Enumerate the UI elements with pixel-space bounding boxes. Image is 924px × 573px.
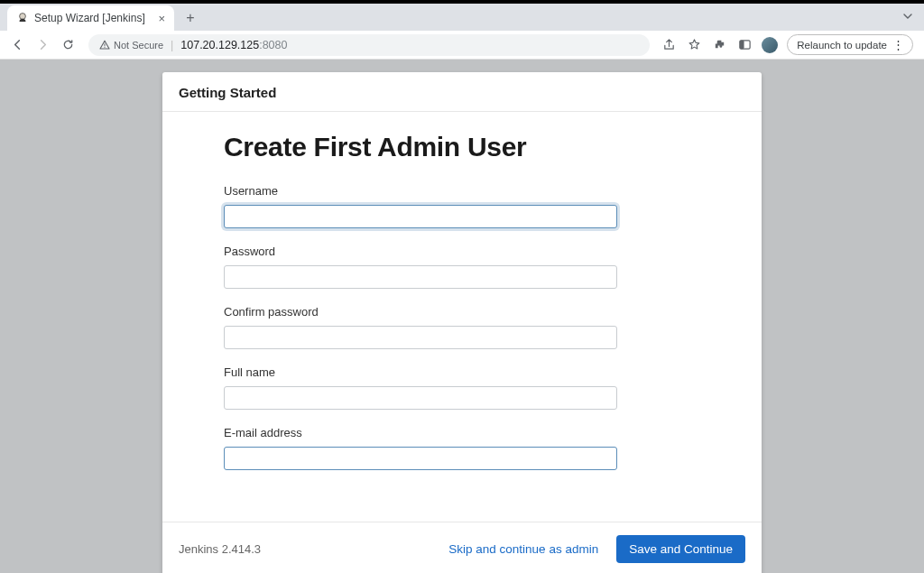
address-bar[interactable]: Not Secure | 107.20.129.125:8080 <box>88 34 650 56</box>
browser-toolbar: Not Secure | 107.20.129.125:8080 Relaunc <box>0 31 924 60</box>
email-input[interactable] <box>224 447 617 470</box>
omnibox-divider: | <box>171 39 173 51</box>
reload-button[interactable] <box>58 35 78 55</box>
tabs-dropdown-icon[interactable] <box>902 11 913 22</box>
skip-link[interactable]: Skip and continue as admin <box>448 542 598 556</box>
profile-avatar-icon[interactable] <box>762 37 778 53</box>
forward-button[interactable] <box>32 35 52 55</box>
security-label: Not Secure <box>114 40 163 51</box>
menu-dots-icon: ⋮ <box>892 38 903 51</box>
panel-icon[interactable] <box>736 37 753 53</box>
password-input[interactable] <box>224 265 617 289</box>
save-and-continue-button[interactable]: Save and Continue <box>616 535 745 563</box>
tab-title: Setup Wizard [Jenkins] <box>34 12 145 24</box>
setup-wizard-panel: Getting Started Create First Admin User … <box>162 72 762 573</box>
svg-point-1 <box>104 46 105 47</box>
panel-body: Create First Admin User Username Passwor… <box>162 112 762 522</box>
close-tab-icon[interactable]: × <box>158 12 165 25</box>
fullname-input[interactable] <box>224 386 617 410</box>
svg-rect-2 <box>105 43 106 46</box>
security-warning: Not Secure <box>99 40 163 51</box>
url-host: 107.20.129.125 <box>180 39 259 51</box>
new-tab-button[interactable]: + <box>180 7 201 29</box>
extensions-icon[interactable] <box>711 37 727 53</box>
footer-actions: Skip and continue as admin Save and Cont… <box>448 535 745 563</box>
confirm-password-label: Confirm password <box>224 305 700 319</box>
username-field-group: Username <box>224 184 700 228</box>
confirm-password-field-group: Confirm password <box>224 305 700 349</box>
tab-strip: Setup Wizard [Jenkins] × + <box>0 4 924 31</box>
password-field-group: Password <box>224 245 700 289</box>
bookmark-icon[interactable] <box>686 37 702 53</box>
browser-window: Setup Wizard [Jenkins] × + Not Secure | … <box>0 0 924 573</box>
username-label: Username <box>224 184 700 198</box>
share-icon[interactable] <box>661 37 677 53</box>
page-viewport: Getting Started Create First Admin User … <box>0 60 924 573</box>
email-field-group: E-mail address <box>224 426 700 470</box>
svg-point-0 <box>20 14 26 20</box>
password-label: Password <box>224 245 700 258</box>
browser-tab[interactable]: Setup Wizard [Jenkins] × <box>7 5 174 31</box>
panel-header: Getting Started <box>162 72 762 112</box>
fullname-field-group: Full name <box>224 365 700 410</box>
warning-icon <box>99 40 110 51</box>
toolbar-right-icons: Relaunch to update ⋮ <box>661 34 917 55</box>
back-button[interactable] <box>7 35 27 55</box>
username-input[interactable] <box>224 205 617 228</box>
url-port: :8080 <box>259 39 287 51</box>
email-label: E-mail address <box>224 426 700 439</box>
jenkins-favicon <box>16 12 29 24</box>
fullname-label: Full name <box>224 365 700 379</box>
svg-rect-4 <box>740 41 744 49</box>
relaunch-button[interactable]: Relaunch to update ⋮ <box>787 34 913 55</box>
page-title: Create First Admin User <box>224 132 700 162</box>
confirm-password-input[interactable] <box>224 326 617 349</box>
jenkins-version: Jenkins 2.414.3 <box>179 542 261 556</box>
relaunch-label: Relaunch to update <box>797 40 887 51</box>
panel-footer: Jenkins 2.414.3 Skip and continue as adm… <box>162 522 762 573</box>
